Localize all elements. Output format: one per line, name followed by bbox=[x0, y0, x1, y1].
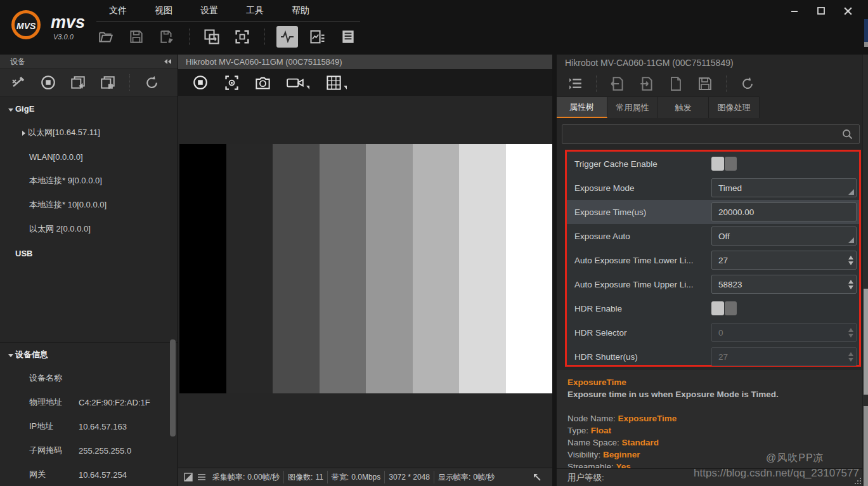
save-properties-button[interactable] bbox=[694, 73, 716, 95]
refresh-devices-button[interactable] bbox=[141, 72, 162, 93]
snapshot-button[interactable] bbox=[252, 72, 273, 93]
property-row-hdr-selector[interactable]: HDR Selector 0 bbox=[567, 320, 859, 345]
open-file-button[interactable] bbox=[95, 26, 117, 48]
menu-view[interactable]: 视图 bbox=[141, 5, 186, 16]
tree-node-local10[interactable]: 本地连接* 10[0.0.0.0] bbox=[0, 193, 178, 217]
properties-scrollbar[interactable] bbox=[862, 55, 868, 486]
tree-node-wlan[interactable]: WLAN[0.0.0.0] bbox=[0, 145, 178, 169]
tab-common-properties[interactable]: 常用属性 bbox=[607, 96, 658, 118]
switch-layout-button[interactable] bbox=[201, 26, 223, 48]
image-display-area[interactable] bbox=[178, 96, 552, 468]
exposure-time-input[interactable]: 20000.00 bbox=[711, 202, 857, 221]
pointer-mode-icon[interactable] bbox=[532, 472, 542, 482]
property-row-auto-exposure-upper[interactable]: Auto Exposure Time Upper Li... 58823 bbox=[567, 272, 859, 296]
tab-feature-tree[interactable]: 属性树 bbox=[557, 96, 607, 118]
resize-grip[interactable] bbox=[855, 478, 861, 484]
status-label: 采集帧率: bbox=[212, 472, 245, 483]
fullscreen-button[interactable] bbox=[231, 26, 253, 48]
exposure-auto-dropdown[interactable]: Off bbox=[711, 227, 857, 246]
close-button[interactable] bbox=[839, 3, 857, 19]
menu-settings[interactable]: 设置 bbox=[186, 5, 232, 16]
tree-node-ethernet[interactable]: 以太网[10.64.57.11] bbox=[0, 121, 178, 145]
document-button[interactable] bbox=[665, 73, 687, 95]
auto-exposure-lower-spinner[interactable]: 27 bbox=[711, 251, 857, 270]
device-panel-title: 设备 bbox=[10, 56, 25, 67]
scrollbar-thumb[interactable] bbox=[864, 289, 868, 395]
property-row-exposure-time[interactable]: Exposure Time(us) 20000.00 bbox=[567, 200, 859, 224]
refresh-properties-button[interactable] bbox=[737, 73, 758, 95]
mvs-logo: MVS mvs V3.0.0 bbox=[11, 9, 94, 46]
image-info-button[interactable] bbox=[307, 26, 328, 48]
tree-node-local9[interactable]: 本地连接* 9[0.0.0.0] bbox=[0, 169, 178, 193]
import-properties-button[interactable] bbox=[607, 73, 628, 95]
spinner-arrows-icon[interactable] bbox=[848, 251, 853, 269]
start-grab-button[interactable] bbox=[67, 72, 89, 93]
property-row-hdr-enable[interactable]: HDR Enable bbox=[567, 296, 859, 320]
tree-node-gige[interactable]: GigE bbox=[0, 96, 178, 121]
chevron-down-icon[interactable] bbox=[6, 350, 15, 359]
export-properties-button[interactable] bbox=[636, 73, 657, 95]
device-info-header[interactable]: 设备信息 bbox=[0, 343, 178, 366]
minimize-button[interactable] bbox=[786, 3, 803, 19]
grayscale-bar bbox=[320, 144, 366, 393]
property-label: Auto Exposure Time Lower Li... bbox=[574, 256, 694, 265]
property-row-trigger-cache-enable[interactable]: Trigger Cache Enable bbox=[567, 152, 859, 176]
property-row-exposure-mode[interactable]: Exposure Mode Timed bbox=[567, 176, 859, 200]
stop-acquisition-all-button[interactable] bbox=[37, 72, 59, 93]
menu-tools[interactable]: 工具 bbox=[232, 5, 278, 16]
screen-edge-artifact bbox=[864, 42, 868, 47]
info-label: 设备名称 bbox=[29, 372, 70, 384]
search-input[interactable] bbox=[562, 129, 842, 139]
toolbar-separator bbox=[264, 29, 265, 45]
statistics-button[interactable] bbox=[276, 26, 298, 48]
menu-help[interactable]: 帮助 bbox=[278, 5, 323, 16]
tree-node-usb[interactable]: USB bbox=[0, 241, 178, 265]
collapse-panel-button[interactable] bbox=[164, 59, 171, 64]
record-video-button[interactable] bbox=[283, 72, 312, 93]
mvs-logo-icon: MVS bbox=[11, 10, 41, 39]
maximize-button[interactable] bbox=[812, 3, 830, 19]
chevron-down-icon[interactable] bbox=[6, 104, 15, 114]
scrollbar-thumb[interactable] bbox=[864, 406, 868, 486]
save-image-as-button[interactable] bbox=[156, 26, 178, 48]
log-button[interactable] bbox=[337, 26, 359, 48]
swap-windows-icon bbox=[203, 28, 221, 46]
chevron-right-icon[interactable] bbox=[19, 128, 28, 138]
trigger-focus-button[interactable] bbox=[221, 72, 242, 93]
trigger-cache-enable-toggle[interactable] bbox=[711, 157, 737, 171]
panel-divider[interactable] bbox=[552, 55, 557, 486]
grayscale-bar bbox=[366, 144, 413, 393]
property-row-hdr-shutter[interactable]: HDR Shutter(us) 27 bbox=[567, 345, 859, 369]
status-menu-icon[interactable] bbox=[197, 473, 206, 482]
auto-exposure-upper-spinner[interactable]: 58823 bbox=[711, 275, 857, 294]
tree-node-label: 本地连接* 10[0.0.0.0] bbox=[29, 199, 107, 211]
property-label: Exposure Auto bbox=[574, 232, 630, 241]
property-row-exposure-auto[interactable]: Exposure Auto Off bbox=[567, 224, 859, 248]
spinner-arrows-icon[interactable] bbox=[848, 275, 853, 293]
cross-line-button[interactable] bbox=[321, 72, 351, 93]
tree-node-ethernet2[interactable]: 以太网 2[0.0.0.0] bbox=[0, 217, 178, 241]
feature-tree-icon bbox=[567, 76, 583, 92]
save-image-button[interactable] bbox=[126, 26, 147, 48]
stop-acquisition-button[interactable] bbox=[190, 72, 211, 93]
brand-name: mvs bbox=[51, 13, 85, 32]
tab-trigger[interactable]: 触发 bbox=[658, 96, 709, 118]
menu-file[interactable]: 文件 bbox=[95, 5, 141, 16]
connect-tool-icon bbox=[11, 75, 26, 90]
info-label: 网关 bbox=[29, 469, 70, 480]
tree-node-label: 以太网[10.64.57.11] bbox=[28, 127, 100, 138]
device-panel-scrollbar-thumb[interactable] bbox=[170, 339, 176, 437]
render-mode-icon[interactable] bbox=[184, 473, 193, 482]
stop-grab-button[interactable] bbox=[97, 72, 119, 93]
property-row-auto-exposure-lower[interactable]: Auto Exposure Time Lower Li... 27 bbox=[567, 248, 859, 272]
description-type: Type: Float bbox=[567, 424, 862, 437]
tab-image-processing[interactable]: 图像处理 bbox=[709, 96, 760, 118]
input-value: 20000.00 bbox=[718, 207, 754, 217]
expand-tree-button[interactable] bbox=[564, 73, 586, 95]
exposure-mode-dropdown[interactable]: Timed bbox=[711, 178, 857, 197]
hdr-enable-toggle[interactable] bbox=[711, 301, 737, 315]
property-label: Exposure Mode bbox=[574, 183, 635, 193]
disconnect-device-button[interactable] bbox=[8, 72, 29, 93]
status-value: 0.00帧/秒 bbox=[247, 472, 280, 483]
property-search-box[interactable] bbox=[562, 124, 860, 144]
